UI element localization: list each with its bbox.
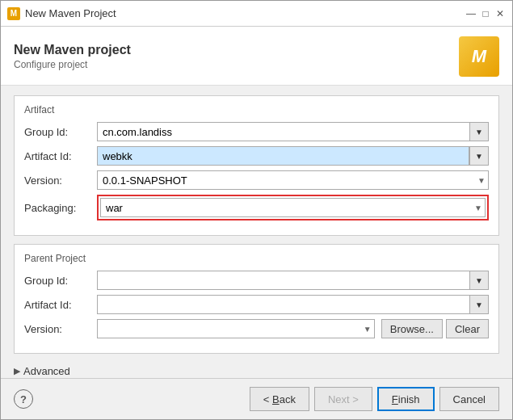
parent-artifact-id-input[interactable] bbox=[97, 295, 469, 314]
packaging-inner: war jar pom ear ejb ▼ bbox=[100, 198, 486, 217]
packaging-label: Packaging: bbox=[24, 202, 97, 214]
page-title: New Maven project bbox=[14, 43, 131, 57]
footer-right: < Back Next > Finish Cancel bbox=[250, 387, 499, 411]
parent-artifact-id-row: Artifact Id: ▼ bbox=[24, 295, 489, 314]
artifact-section-label: Artifact bbox=[24, 104, 489, 116]
parent-version-select-wrap: ▼ bbox=[97, 319, 375, 338]
finish-button[interactable]: Finish bbox=[377, 387, 435, 411]
packaging-select-wrap: war jar pom ear ejb ▼ bbox=[97, 195, 489, 220]
parent-artifact-id-wrap: ▼ bbox=[97, 295, 489, 314]
parent-group-id-wrap: ▼ bbox=[97, 271, 489, 290]
browse-clear-wrap: Browse... Clear bbox=[381, 319, 489, 338]
group-id-input-wrap: ▼ bbox=[97, 122, 489, 141]
browse-button[interactable]: Browse... bbox=[381, 319, 443, 338]
group-id-input[interactable] bbox=[97, 122, 469, 141]
group-id-row: Group Id: ▼ bbox=[24, 122, 489, 141]
close-button[interactable]: ✕ bbox=[494, 8, 506, 19]
clear-button[interactable]: Clear bbox=[446, 319, 489, 338]
parent-section: Parent Project Group Id: ▼ Artifact Id: bbox=[14, 244, 499, 354]
content-header: New Maven project Configure project M bbox=[1, 27, 512, 86]
parent-section-label: Parent Project bbox=[24, 253, 489, 264]
parent-version-row: Version: ▼ Browse... Clear bbox=[24, 319, 489, 338]
maximize-button[interactable]: □ bbox=[480, 8, 491, 19]
artifact-id-row: Artifact Id: ▼ bbox=[24, 146, 489, 166]
advanced-row[interactable]: ▶ Advanced bbox=[14, 362, 499, 378]
window-controls: — □ ✕ bbox=[465, 8, 506, 19]
artifact-id-label: Artifact Id: bbox=[24, 150, 97, 162]
group-id-label: Group Id: bbox=[24, 126, 97, 138]
parent-version-select[interactable] bbox=[97, 319, 375, 338]
parent-group-id-field: ▼ bbox=[97, 271, 489, 290]
artifact-id-field: ▼ bbox=[97, 146, 489, 166]
parent-artifact-id-dropdown-btn[interactable]: ▼ bbox=[469, 295, 489, 314]
version-row: Version: 0.0.1-SNAPSHOT ▼ bbox=[24, 170, 489, 190]
footer: ? < Back Next > Finish Cancel bbox=[1, 378, 512, 419]
artifact-id-input[interactable] bbox=[97, 146, 469, 166]
cancel-button[interactable]: Cancel bbox=[439, 387, 499, 411]
footer-left: ? bbox=[14, 389, 33, 409]
artifact-section: Artifact Group Id: ▼ Artifact Id: ▼ bbox=[14, 95, 499, 236]
parent-group-id-dropdown-btn[interactable]: ▼ bbox=[469, 271, 489, 290]
header-text: New Maven project Configure project bbox=[14, 43, 131, 70]
window-icon: M bbox=[7, 7, 20, 20]
minimize-button[interactable]: — bbox=[465, 8, 477, 19]
parent-artifact-id-field: ▼ bbox=[97, 295, 489, 314]
group-id-dropdown-btn[interactable]: ▼ bbox=[469, 122, 489, 141]
help-button[interactable]: ? bbox=[14, 389, 33, 409]
main-content: Artifact Group Id: ▼ Artifact Id: ▼ bbox=[1, 86, 512, 378]
advanced-label: Advanced bbox=[23, 365, 70, 377]
artifact-id-input-wrap: ▼ bbox=[97, 146, 489, 166]
next-button[interactable]: Next > bbox=[314, 387, 372, 411]
window: M New Maven Project — □ ✕ New Maven proj… bbox=[0, 0, 513, 420]
parent-group-id-label: Group Id: bbox=[24, 275, 97, 287]
title-bar: M New Maven Project — □ ✕ bbox=[1, 1, 512, 27]
packaging-select[interactable]: war jar pom ear ejb bbox=[100, 198, 486, 217]
version-select-wrap: 0.0.1-SNAPSHOT ▼ bbox=[97, 170, 489, 190]
version-select[interactable]: 0.0.1-SNAPSHOT bbox=[97, 170, 489, 190]
packaging-row: Packaging: war jar pom ear ejb ▼ bbox=[24, 195, 489, 220]
window-title: New Maven Project bbox=[25, 7, 465, 19]
version-label: Version: bbox=[24, 174, 97, 187]
artifact-id-dropdown-btn[interactable]: ▼ bbox=[469, 146, 489, 166]
group-id-field: ▼ bbox=[97, 122, 489, 141]
version-field: 0.0.1-SNAPSHOT ▼ bbox=[97, 170, 489, 190]
parent-group-id-input[interactable] bbox=[97, 271, 469, 290]
page-subtitle: Configure project bbox=[14, 59, 131, 70]
back-button[interactable]: < Back bbox=[250, 387, 309, 411]
parent-version-label: Version: bbox=[24, 323, 97, 335]
maven-icon: M bbox=[459, 36, 499, 77]
advanced-arrow-icon: ▶ bbox=[14, 366, 20, 376]
parent-artifact-id-label: Artifact Id: bbox=[24, 299, 97, 311]
parent-group-id-row: Group Id: ▼ bbox=[24, 271, 489, 290]
